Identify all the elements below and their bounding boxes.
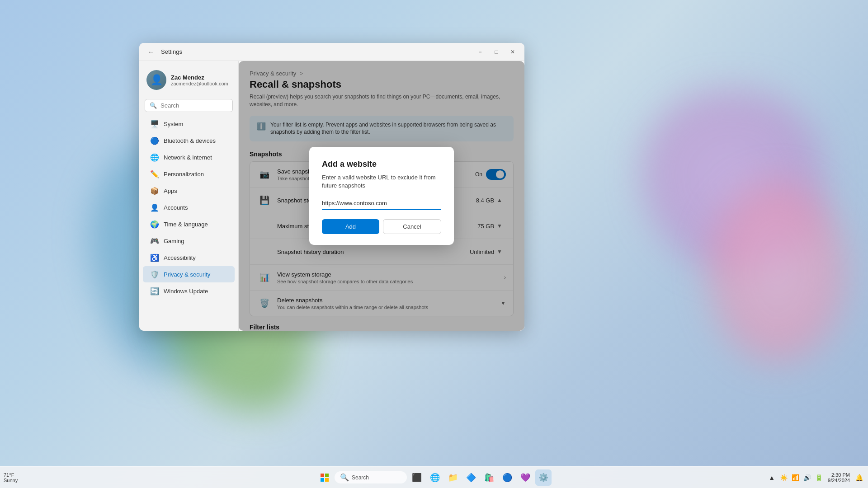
taskbar-search[interactable]: 🔍 Search bbox=[335, 471, 407, 483]
show-hidden-icon[interactable]: ▲ bbox=[766, 472, 777, 483]
sys-icons: ▲ ☀️ 📶 🔊 🔋 bbox=[766, 472, 824, 483]
dialog-overlay: Add a website Enter a valid website URL … bbox=[239, 61, 524, 331]
sidebar-item-privacy[interactable]: 🛡️ Privacy & security bbox=[143, 266, 235, 282]
sidebar-item-accessibility[interactable]: ♿ Accessibility bbox=[143, 249, 235, 266]
taskbar-right: ▲ ☀️ 📶 🔊 🔋 2:30 PM 9/24/2024 🔔 bbox=[766, 471, 868, 484]
sidebar: 👤 Zac Mendez zacmendez@outlook.com 🔍 🖥️ … bbox=[139, 61, 239, 331]
add-website-dialog: Add a website Enter a valid website URL … bbox=[309, 147, 454, 245]
weather-temp: 71°F bbox=[4, 472, 18, 478]
browser-button[interactable]: 🌐 bbox=[427, 469, 443, 486]
dialog-title: Add a website bbox=[322, 160, 441, 169]
taskbar-search-label: Search bbox=[352, 474, 369, 481]
teams-button[interactable]: 💜 bbox=[517, 469, 533, 486]
network-status-icon[interactable]: 📶 bbox=[790, 472, 801, 483]
volume-icon[interactable]: 🔊 bbox=[802, 472, 812, 483]
settings-taskbar-button[interactable]: ⚙️ bbox=[535, 469, 552, 486]
sidebar-item-system[interactable]: 🖥️ System bbox=[143, 116, 235, 132]
svg-rect-0 bbox=[321, 474, 324, 477]
privacy-icon: 🛡️ bbox=[150, 270, 159, 279]
weather-widget[interactable]: 71°F Sunny bbox=[4, 472, 18, 483]
start-button[interactable] bbox=[316, 469, 333, 486]
svg-rect-1 bbox=[325, 474, 329, 477]
apps-icon: 📦 bbox=[150, 186, 159, 195]
windows-update-icon: 🔄 bbox=[150, 286, 159, 296]
dialog-buttons: Add Cancel bbox=[322, 219, 441, 234]
back-button[interactable]: ← bbox=[145, 46, 157, 58]
user-profile[interactable]: 👤 Zac Mendez zacmendez@outlook.com bbox=[139, 65, 238, 95]
accessibility-icon: ♿ bbox=[150, 253, 159, 262]
time-icon: 🌍 bbox=[150, 220, 159, 229]
windows-logo-icon bbox=[321, 474, 329, 482]
task-view-button[interactable]: ⬛ bbox=[409, 469, 425, 486]
app6-button[interactable]: 🔵 bbox=[499, 469, 515, 486]
window-title: Settings bbox=[161, 48, 470, 55]
gaming-icon: 🎮 bbox=[150, 236, 159, 245]
svg-rect-3 bbox=[325, 478, 329, 482]
website-url-input[interactable] bbox=[322, 197, 441, 210]
close-button[interactable]: ✕ bbox=[506, 46, 519, 58]
sidebar-search[interactable]: 🔍 bbox=[145, 99, 233, 112]
user-name: Zac Mendez bbox=[171, 74, 228, 81]
sidebar-item-windows-update[interactable]: 🔄 Windows Update bbox=[143, 283, 235, 299]
add-button[interactable]: Add bbox=[322, 219, 379, 234]
svg-rect-2 bbox=[321, 478, 324, 482]
bluetooth-icon: 🔵 bbox=[150, 136, 159, 145]
accounts-icon: 👤 bbox=[150, 203, 159, 212]
sidebar-item-gaming[interactable]: 🎮 Gaming bbox=[143, 233, 235, 249]
time-display: 2:30 PM bbox=[828, 472, 850, 478]
search-input[interactable] bbox=[160, 102, 228, 109]
brightness-icon[interactable]: ☀️ bbox=[778, 472, 789, 483]
search-icon: 🔍 bbox=[150, 102, 157, 109]
taskbar-left: 71°F Sunny bbox=[0, 472, 21, 483]
personalization-icon: ✏️ bbox=[150, 169, 159, 178]
cancel-button[interactable]: Cancel bbox=[383, 219, 441, 234]
main-content: Privacy & security > Recall & snapshots … bbox=[239, 61, 524, 331]
battery-icon[interactable]: 🔋 bbox=[813, 472, 824, 483]
sidebar-item-bluetooth[interactable]: 🔵 Bluetooth & devices bbox=[143, 132, 235, 149]
sidebar-item-accounts[interactable]: 👤 Accounts bbox=[143, 199, 235, 216]
weather-condition: Sunny bbox=[4, 478, 18, 483]
notification-icon[interactable]: 🔔 bbox=[854, 472, 864, 483]
system-icon: 🖥️ bbox=[150, 119, 159, 128]
edge-button[interactable]: 🔷 bbox=[463, 469, 479, 486]
settings-window: ← Settings − □ ✕ 👤 Zac Mendez zacmendez@… bbox=[139, 43, 524, 331]
network-icon: 🌐 bbox=[150, 153, 159, 162]
taskbar: 71°F Sunny 🔍 Search ⬛ 🌐 📁 🔷 🛍️ bbox=[0, 466, 868, 488]
user-info: Zac Mendez zacmendez@outlook.com bbox=[171, 74, 228, 86]
settings-body: 👤 Zac Mendez zacmendez@outlook.com 🔍 🖥️ … bbox=[139, 61, 524, 331]
date-display: 9/24/2024 bbox=[828, 478, 850, 483]
store-button[interactable]: 🛍️ bbox=[481, 469, 497, 486]
sidebar-item-network[interactable]: 🌐 Network & internet bbox=[143, 149, 235, 165]
sidebar-item-time[interactable]: 🌍 Time & language bbox=[143, 216, 235, 232]
taskbar-center: 🔍 Search ⬛ 🌐 📁 🔷 🛍️ 🔵 💜 ⚙️ bbox=[316, 469, 552, 486]
dialog-description: Enter a valid website URL to exclude it … bbox=[322, 174, 441, 190]
minimize-button[interactable]: − bbox=[474, 46, 486, 58]
avatar: 👤 bbox=[146, 70, 166, 90]
taskbar-search-icon: 🔍 bbox=[340, 473, 349, 482]
sidebar-item-personalization[interactable]: ✏️ Personalization bbox=[143, 166, 235, 182]
file-explorer-button[interactable]: 📁 bbox=[445, 469, 461, 486]
maximize-button[interactable]: □ bbox=[490, 46, 503, 58]
title-bar: ← Settings − □ ✕ bbox=[139, 43, 524, 61]
clock[interactable]: 2:30 PM 9/24/2024 bbox=[825, 471, 853, 484]
sidebar-item-apps[interactable]: 📦 Apps bbox=[143, 183, 235, 199]
user-email: zacmendez@outlook.com bbox=[171, 81, 228, 86]
